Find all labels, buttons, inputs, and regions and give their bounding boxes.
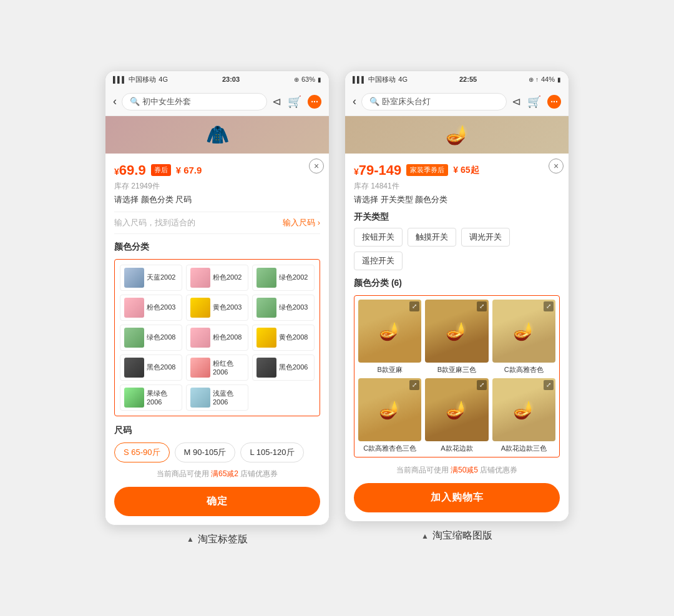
lamp-grid: ⤢ 🪔 B款亚麻 ⤢ 🪔 B款亚麻三色 ⤢ 🪔 C款高雅杏色 ⤢ 🪔 C款高雅杏… xyxy=(354,295,560,458)
size-grid-left: S 65-90斤M 90-105斤L 105-120斤 xyxy=(114,442,320,462)
color-label: 粉色2008 xyxy=(213,333,242,342)
switch-section: 开关类型 按钮开关触摸开关调光开关遥控开关 xyxy=(354,212,560,270)
color-item[interactable]: 绿色2008 xyxy=(120,325,182,351)
network-right: 4G xyxy=(398,76,408,83)
color-label: 绿色2002 xyxy=(279,273,308,282)
color-thumb xyxy=(190,268,210,288)
expand-icon: ⤢ xyxy=(477,301,487,311)
color-label: 粉色2003 xyxy=(147,303,175,312)
color-label: 黑色2006 xyxy=(279,363,308,372)
lamp-label: C款高雅杏色三色 xyxy=(358,444,421,453)
coupon-tag-left: 券后 xyxy=(151,164,171,176)
color-item[interactable]: 绿色2003 xyxy=(252,295,315,321)
size-item[interactable]: M 90-105斤 xyxy=(175,442,236,462)
lamp-item[interactable]: ⤢ 🪔 B款亚麻三色 xyxy=(425,300,488,374)
price-coupon-left: ¥ 67.9 xyxy=(176,165,202,175)
lamp-label: B款亚麻 xyxy=(358,365,421,374)
color-section-title-left: 颜色分类 xyxy=(114,242,320,253)
color-item[interactable]: 黑色2008 xyxy=(120,354,182,381)
share-icon-left[interactable]: ⊲ xyxy=(272,95,281,109)
expand-icon: ⤢ xyxy=(409,301,419,311)
time-right: 22:55 xyxy=(459,76,477,83)
color-label: 粉红色2006 xyxy=(213,359,244,376)
lamp-item[interactable]: ⤢ 🪔 B款亚麻 xyxy=(358,300,421,374)
size-item[interactable]: S 65-90斤 xyxy=(114,442,170,462)
share-icon-right[interactable]: ⊲ xyxy=(512,95,521,109)
search-icon-left: 🔍 xyxy=(130,97,140,106)
more-icon-left[interactable]: ··· xyxy=(308,95,321,109)
lamp-thumb: ⤢ 🪔 xyxy=(492,378,555,441)
search-bar-left[interactable]: 🔍 初中女生外套 xyxy=(122,93,267,110)
network-left: 4G xyxy=(159,76,168,83)
promo-suffix-right: 店铺优惠券 xyxy=(480,466,517,474)
switch-tag[interactable]: 触摸开关 xyxy=(408,228,456,247)
price-coupon-right: ¥ 65起 xyxy=(453,165,479,176)
lamp-item[interactable]: ⤢ 🪔 C款高雅杏色 xyxy=(492,300,555,374)
back-button-left[interactable]: ‹ xyxy=(113,95,117,108)
signal-icon: ▌▌▌ xyxy=(113,76,126,83)
search-icon-right: 🔍 xyxy=(369,97,379,106)
lamp-thumb: ⤢ 🪔 xyxy=(425,300,488,363)
confirm-button[interactable]: 确定 xyxy=(114,487,320,516)
gps-icon-right: ⊕ ↑ xyxy=(529,76,539,83)
product-banner-left: 🧥 xyxy=(105,116,329,154)
close-button-right[interactable]: × xyxy=(549,159,564,174)
expand-icon: ⤢ xyxy=(544,301,554,311)
color-thumb xyxy=(256,268,276,288)
switch-tag[interactable]: 按钮开关 xyxy=(354,228,403,247)
carrier-right: 中国移动 xyxy=(368,75,396,84)
left-phone-label: 淘宝标签版 xyxy=(187,533,248,546)
battery-left: 63% xyxy=(301,76,315,83)
cart-icon-right[interactable]: 🛒 xyxy=(527,95,541,109)
switch-tag[interactable]: 调光开关 xyxy=(461,228,510,247)
promo-prefix-right: 当前商品可使用 xyxy=(396,466,449,474)
lamp-thumb: ⤢ 🪔 xyxy=(425,378,488,441)
color-item[interactable]: 粉色2003 xyxy=(120,295,182,321)
right-phone-label: 淘宝缩略图版 xyxy=(421,529,492,542)
color-item[interactable]: 黄色2003 xyxy=(186,295,248,321)
size-input-action[interactable]: 输入尺码 › xyxy=(283,217,320,228)
more-icon-right[interactable]: ··· xyxy=(547,95,561,109)
color-item[interactable]: 天蓝2002 xyxy=(120,265,182,291)
color-item[interactable]: 黑色2006 xyxy=(252,354,315,381)
left-sku-panel: × ¥69.9 券后 ¥ 67.9 库存 21949件 请选择 颜色分类 尺码 … xyxy=(105,154,329,525)
size-input-hint: 输入尺码，找到适合的 xyxy=(114,217,195,228)
lamp-thumb: ⤢ 🪔 xyxy=(358,378,421,441)
add-cart-button[interactable]: 加入购物车 xyxy=(354,483,560,512)
color-thumb xyxy=(256,358,276,378)
right-sku-panel: × ¥79-149 家装季券后 ¥ 65起 库存 14841件 请选择 开关类型… xyxy=(345,154,569,522)
search-text-right: 卧室床头台灯 xyxy=(382,96,431,107)
left-nav-bar: ‹ 🔍 初中女生外套 ⊲ 🛒 ··· xyxy=(105,88,329,116)
color-thumb xyxy=(124,388,144,408)
lamp-item[interactable]: ⤢ 🪔 C款高雅杏色三色 xyxy=(358,378,421,453)
color-item[interactable]: 粉色2008 xyxy=(186,325,248,351)
size-item[interactable]: L 105-120斤 xyxy=(240,442,303,462)
price-row-right: ¥79-149 家装季券后 ¥ 65起 xyxy=(354,162,560,178)
stock-right: 库存 14841件 xyxy=(354,181,560,192)
price-row-left: ¥69.9 券后 ¥ 67.9 xyxy=(114,162,320,178)
cart-icon-left[interactable]: 🛒 xyxy=(288,95,301,109)
right-phone: ▌▌▌ 中国移动 4G 22:55 ⊕ ↑ 44% ▮ ‹ 🔍 卧室床头台灯 xyxy=(344,71,569,522)
right-status-bar: ▌▌▌ 中国移动 4G 22:55 ⊕ ↑ 44% ▮ xyxy=(345,71,569,88)
gps-icon: ⊕ xyxy=(294,76,299,83)
close-button-left[interactable]: × xyxy=(309,159,324,174)
price-range-right: ¥79-149 xyxy=(354,162,401,178)
color-label: 黄色2003 xyxy=(213,303,242,312)
lamp-label: A款花边款三色 xyxy=(492,444,555,453)
color-item[interactable]: 粉色2002 xyxy=(186,265,248,291)
switch-tag[interactable]: 遥控开关 xyxy=(354,252,403,270)
color-item[interactable]: 粉红色2006 xyxy=(186,354,248,381)
color-item[interactable]: 果绿色2006 xyxy=(120,384,182,411)
color-item[interactable]: 黄色2008 xyxy=(252,325,315,351)
lamp-label: B款亚麻三色 xyxy=(425,365,488,374)
color-item[interactable]: 浅蓝色2006 xyxy=(186,384,248,411)
color-label: 天蓝2002 xyxy=(147,273,175,282)
search-bar-right[interactable]: 🔍 卧室床头台灯 xyxy=(361,93,507,110)
promo-highlight-left: 满65减2 xyxy=(211,469,238,478)
lamp-thumb: ⤢ 🪔 xyxy=(492,300,555,363)
lamp-label: C款高雅杏色 xyxy=(492,365,555,374)
lamp-item[interactable]: ⤢ 🪔 A款花边款 xyxy=(425,378,488,453)
back-button-right[interactable]: ‹ xyxy=(353,95,356,108)
color-item[interactable]: 绿色2002 xyxy=(252,265,315,291)
lamp-item[interactable]: ⤢ 🪔 A款花边款三色 xyxy=(492,378,555,453)
